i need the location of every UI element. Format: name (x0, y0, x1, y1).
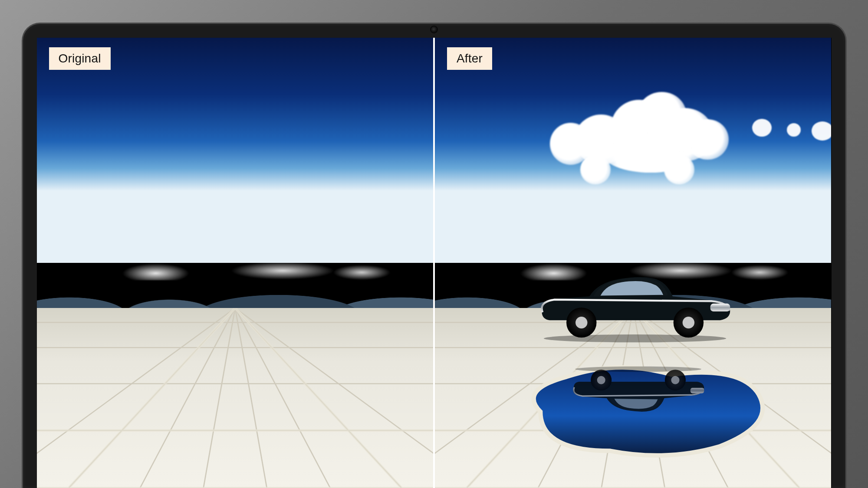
sky (37, 38, 434, 263)
screen: Original (37, 38, 832, 488)
label-after: After (447, 47, 492, 70)
salt-cracks-icon (37, 308, 434, 488)
label-original: Original (49, 47, 111, 70)
pane-after: After (435, 38, 832, 488)
car-reflection-icon (566, 362, 708, 425)
webcam-icon (431, 26, 437, 33)
horizon-clouds (37, 263, 434, 280)
sky (435, 38, 832, 263)
pane-original: Original (37, 38, 434, 488)
laptop-frame: Original (22, 23, 847, 488)
cloud-trail-icon (752, 105, 832, 151)
salt-flats (37, 308, 434, 488)
vintage-car-icon (530, 259, 736, 349)
